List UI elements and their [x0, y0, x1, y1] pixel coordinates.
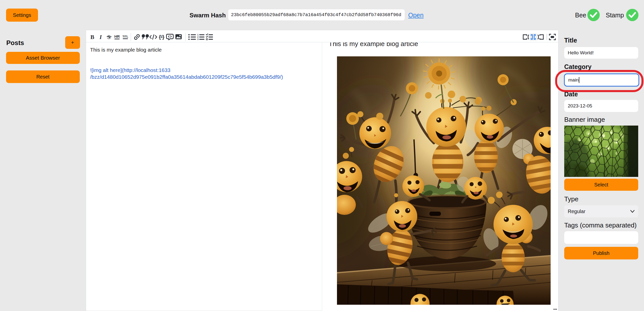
svg-text:TITL: TITL [122, 35, 128, 38]
svg-text:I: I [99, 34, 102, 40]
svg-text:{: { [159, 34, 161, 40]
svg-text:3: 3 [197, 38, 199, 41]
svg-text:}: } [162, 34, 164, 40]
svg-text:B: B [90, 34, 94, 40]
svg-text:HR: HR [114, 34, 120, 38]
